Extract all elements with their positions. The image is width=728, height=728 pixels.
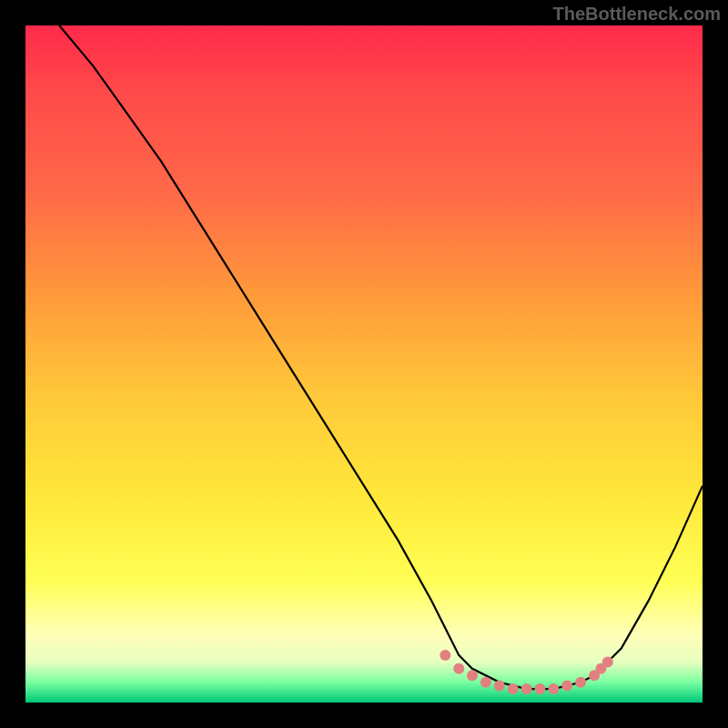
data-marker: [561, 680, 572, 691]
data-marker: [534, 683, 545, 694]
data-marker: [521, 683, 532, 694]
data-marker: [508, 683, 519, 694]
watermark-text: TheBottleneck.com: [553, 4, 721, 25]
plot-area: [25, 25, 703, 703]
data-marker: [494, 680, 505, 691]
chart-svg: [25, 25, 703, 703]
data-marker: [575, 677, 586, 688]
data-marker: [440, 650, 450, 661]
data-marker: [480, 677, 491, 688]
bottleneck-curve: [59, 25, 703, 689]
data-marker: [453, 663, 464, 674]
marker-group: [440, 650, 613, 694]
data-marker: [602, 656, 613, 667]
data-marker: [467, 670, 478, 681]
data-marker: [548, 683, 559, 694]
